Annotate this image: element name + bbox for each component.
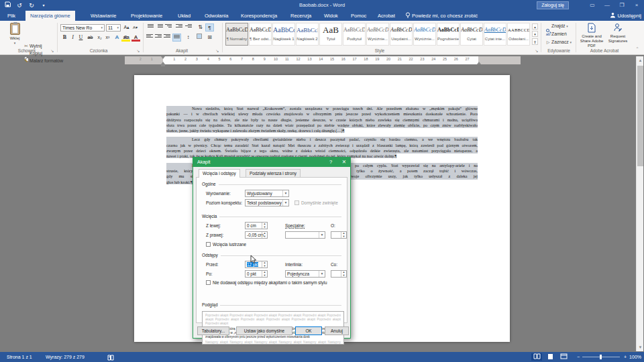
tab-odwolania[interactable]: Odwołania xyxy=(200,11,233,21)
ruler[interactable]: 1234567891011121314151617181920212223242… xyxy=(125,56,521,64)
vertical-scrollbar[interactable]: ▲ ▼ xyxy=(636,56,643,351)
style-naglowek-1[interactable]: AaBbCcNagłówek 1 xyxy=(272,23,295,46)
zoom-in-button[interactable]: + xyxy=(624,352,627,362)
style-odwolanie[interactable]: AABBCCDEOdwołani... xyxy=(507,23,530,46)
highlight-color-button[interactable]: ab xyxy=(121,34,130,42)
align-center-button[interactable] xyxy=(155,34,164,42)
close-button[interactable]: × xyxy=(629,0,644,11)
dialog-close-button[interactable]: ✕ xyxy=(338,158,350,167)
style-wyroznienie-delikatne[interactable]: AaBbCcDtWyróżnie... xyxy=(366,23,389,46)
indent-left-spinner[interactable]: 0 cm▲▼ xyxy=(245,222,268,229)
right-indent-marker[interactable] xyxy=(477,62,481,64)
shading-button[interactable] xyxy=(195,34,203,42)
decrease-indent-button[interactable] xyxy=(176,23,184,32)
scroll-down-icon[interactable]: ▼ xyxy=(637,343,644,351)
tab-narzedzia-glowne[interactable]: Narzędzia główne xyxy=(25,11,75,21)
restore-button[interactable]: ❒ xyxy=(614,0,629,11)
indent-special-dropdown[interactable]: ▼ xyxy=(285,231,325,239)
indent-by-spinner[interactable]: ▲▼ xyxy=(331,231,347,239)
sort-button[interactable]: ⇅ xyxy=(196,23,205,32)
indent-right-spinner[interactable]: -0,05 cm▲▼ xyxy=(245,231,268,239)
proofing-status-icon[interactable] xyxy=(107,354,114,362)
zoom-slider[interactable] xyxy=(582,357,620,357)
tab-pomoc[interactable]: Pomoc xyxy=(346,11,371,21)
borders-button[interactable]: ⊞ xyxy=(205,34,214,42)
format-painter-button[interactable]: ✎Malarz formatów xyxy=(23,58,63,64)
grow-font-button[interactable]: A▴ xyxy=(122,23,131,32)
multilevel-list-button[interactable] xyxy=(165,23,174,32)
tab-plik[interactable]: Plik xyxy=(3,11,20,21)
scroll-up-icon[interactable]: ▲ xyxy=(637,56,644,64)
zoom-out-button[interactable]: − xyxy=(577,352,580,362)
no-space-same-style-checkbox[interactable]: Nie dodawaj odstępu między akapitami o t… xyxy=(206,280,327,285)
tab-podzialy-wiersza[interactable]: Podziały wiersza i strony xyxy=(246,169,301,177)
paragraph-dialog-launcher[interactable]: ↘ xyxy=(215,48,220,54)
styles-gallery-more-icon[interactable]: ⊽ xyxy=(532,38,538,45)
style-bez-odstepow[interactable]: AaBbCcDc¶ Bez odst... xyxy=(249,23,272,46)
web-layout-icon[interactable] xyxy=(558,353,569,361)
clipboard-dialog-launcher[interactable]: ↘ xyxy=(50,48,55,54)
ribbon-display-options-icon[interactable]: ▭ xyxy=(585,0,600,11)
outline-level-dropdown[interactable]: Tekst podstawowy▼ xyxy=(245,199,289,206)
styles-scroll-up-icon[interactable]: ▴ xyxy=(532,23,538,29)
styles-dialog-launcher[interactable]: ↘ xyxy=(534,48,539,54)
strikethrough-button[interactable]: ab xyxy=(86,34,95,42)
align-left-button[interactable] xyxy=(146,34,155,42)
style-pogrubienie[interactable]: AaBbCcDtPogrubienie xyxy=(437,23,460,46)
tab-uklad[interactable]: Układ xyxy=(173,11,195,21)
style-tytul[interactable]: AaBTytuł xyxy=(319,23,342,46)
font-size-select[interactable]: 11▾ xyxy=(106,24,121,32)
text-effects-button[interactable]: A xyxy=(113,34,121,42)
shrink-font-button[interactable]: A▾ xyxy=(131,23,140,32)
scrollbar-thumb[interactable] xyxy=(637,66,643,166)
font-family-select[interactable]: Times New Ro▾ xyxy=(60,24,105,32)
superscript-button[interactable]: x² xyxy=(103,34,112,42)
create-share-pdf-button[interactable]: Create and Share Adobe PDF xyxy=(578,23,605,47)
select-button[interactable]: ▷Zaznacz ▾ xyxy=(545,39,572,46)
tab-wciecia-i-odstepy[interactable]: Wcięcia i odstępy xyxy=(199,169,240,178)
spacing-at-spinner[interactable]: ▲▼ xyxy=(331,270,347,278)
first-line-indent-marker[interactable] xyxy=(161,56,165,59)
left-indent-marker[interactable] xyxy=(161,64,165,66)
tab-recenzja[interactable]: Recenzja xyxy=(286,11,316,21)
mirror-indents-checkbox[interactable]: Wcięcia lustrzane xyxy=(206,242,246,247)
find-button[interactable]: Znajdź ▾ xyxy=(545,23,568,29)
share-button[interactable]: Udostępnij xyxy=(610,11,641,21)
tell-me-box[interactable]: Powiedz mi, co chcesz zrobić xyxy=(405,11,478,21)
collapse-ribbon-icon[interactable]: ⌃ xyxy=(635,46,640,52)
paragraph-dialog[interactable]: Akapit ? ✕ Wcięcia i odstępy Podziały wi… xyxy=(193,157,351,339)
increase-indent-button[interactable] xyxy=(185,23,194,32)
justify-button[interactable] xyxy=(172,34,181,42)
styles-scroll-down-icon[interactable]: ▾ xyxy=(532,31,538,37)
tab-projektowanie[interactable]: Projektowanie xyxy=(126,11,167,21)
tab-korespondencja[interactable]: Korespondencja xyxy=(236,11,282,21)
page-indicator[interactable]: Strona 1 z 1 xyxy=(7,352,32,362)
read-mode-icon[interactable] xyxy=(531,353,542,361)
line-spacing-dropdown[interactable]: Pojedyncza▼ xyxy=(285,270,325,278)
zoom-slider-thumb[interactable] xyxy=(600,355,602,359)
underline-button[interactable]: U xyxy=(76,34,85,42)
align-right-button[interactable] xyxy=(164,34,172,42)
font-dialog-launcher[interactable]: ↘ xyxy=(136,48,141,54)
show-paragraph-marks-button[interactable]: ¶ xyxy=(205,23,214,32)
minimize-button[interactable]: — xyxy=(600,0,614,11)
print-layout-icon[interactable] xyxy=(545,353,555,361)
word-count[interactable]: Wyrazy: 279 z 279 xyxy=(46,352,85,362)
style-uwydatnienie[interactable]: AaBbCcDtUwydatni... xyxy=(390,23,413,46)
style-wyroznienie-intensywne[interactable]: AaBbCcDtWyróżnie... xyxy=(413,23,436,46)
sign-in-button[interactable]: Zaloguj się xyxy=(537,1,569,9)
tab-widok[interactable]: Widok xyxy=(319,11,343,21)
tab-acrobat[interactable]: Acrobat xyxy=(373,11,400,21)
font-color-button[interactable]: A xyxy=(131,34,140,42)
set-as-default-button[interactable]: Ustaw jako domyślne xyxy=(236,326,292,335)
bullets-button[interactable] xyxy=(146,23,155,32)
tabs-button[interactable]: Tabulatory... xyxy=(197,326,229,335)
dialog-help-button[interactable]: ? xyxy=(325,158,337,167)
cancel-button[interactable]: Anuluj xyxy=(325,326,349,335)
request-signatures-button[interactable]: Request Signatures xyxy=(605,23,631,47)
numbering-button[interactable] xyxy=(156,23,164,32)
ok-button[interactable]: OK xyxy=(295,326,322,335)
style-naglowek-2[interactable]: AaBbCcDNagłówek 2 xyxy=(296,23,319,46)
replace-button[interactable]: abZamień xyxy=(545,31,567,38)
style-podtytul[interactable]: AaBbCcDPodtytuł xyxy=(343,23,366,46)
